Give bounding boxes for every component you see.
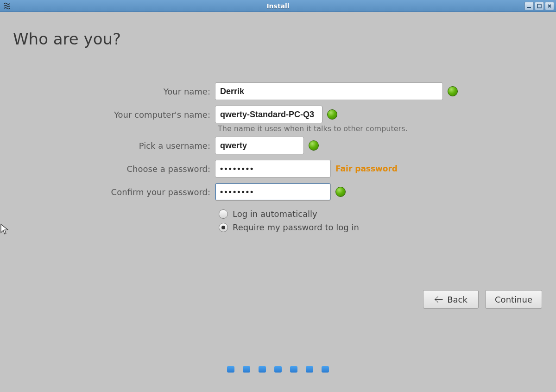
password-input[interactable] [215, 160, 331, 177]
svg-rect-0 [527, 7, 531, 8]
name-label: Your name: [0, 87, 215, 96]
row-hostname: Your computer's name: [0, 103, 556, 125]
password-label: Choose a password: [0, 164, 215, 174]
radio-icon [219, 209, 228, 219]
close-button[interactable] [545, 2, 554, 10]
progress-dot [227, 366, 234, 373]
nav-buttons: 🡠 Back Continue [423, 290, 542, 309]
user-form: Your name: Your computer's name: The nam… [0, 80, 556, 234]
hostname-label: Your computer's name: [0, 110, 215, 120]
radio-auto-login[interactable]: Log in automatically [219, 207, 556, 221]
progress-dot [274, 366, 282, 373]
installer-page: Who are you? Your name: Your computer's … [0, 12, 556, 392]
hostname-helper: The name it uses when it talks to other … [215, 124, 556, 133]
continue-button[interactable]: Continue [485, 290, 542, 309]
check-ok-icon [448, 86, 458, 96]
titlebar: Install [0, 0, 556, 12]
mouse-cursor-icon [0, 223, 9, 237]
progress-dot [322, 366, 329, 373]
login-options: Log in automatically Require my password… [215, 207, 556, 234]
username-label: Pick a username: [0, 141, 215, 151]
check-ok-icon [327, 109, 337, 120]
progress-indicator [0, 366, 556, 373]
progress-dot [243, 366, 250, 373]
window-title: Install [0, 2, 556, 10]
svg-rect-1 [537, 4, 541, 8]
check-ok-icon [309, 140, 319, 151]
confirm-password-input[interactable] [215, 183, 331, 201]
hostname-input[interactable] [215, 106, 322, 123]
auto-login-label: Log in automatically [233, 209, 317, 219]
row-name: Your name: [0, 80, 556, 103]
progress-dot [259, 366, 266, 373]
radio-require-password[interactable]: Require my password to log in [219, 221, 556, 234]
progress-dot [306, 366, 313, 373]
window-controls [524, 2, 556, 10]
back-button-label: Back [447, 295, 468, 304]
check-ok-icon [335, 187, 346, 197]
row-confirm-password: Confirm your password: [0, 180, 556, 203]
username-input[interactable] [215, 137, 304, 154]
row-password: Choose a password: Fair password [0, 157, 556, 180]
row-username: Pick a username: [0, 134, 556, 157]
page-title: Who are you? [13, 30, 121, 48]
progress-dot [290, 366, 297, 373]
require-password-label: Require my password to log in [233, 222, 359, 232]
maximize-button[interactable] [535, 2, 544, 10]
confirm-password-label: Confirm your password: [0, 187, 215, 197]
continue-button-label: Continue [495, 295, 532, 304]
radio-icon [219, 223, 228, 232]
name-input[interactable] [215, 82, 443, 100]
arrow-left-icon: 🡠 [434, 294, 443, 305]
password-strength-label: Fair password [335, 164, 398, 173]
app-menu-icon[interactable] [2, 1, 12, 11]
back-button[interactable]: 🡠 Back [423, 290, 479, 309]
minimize-button[interactable] [524, 2, 534, 10]
